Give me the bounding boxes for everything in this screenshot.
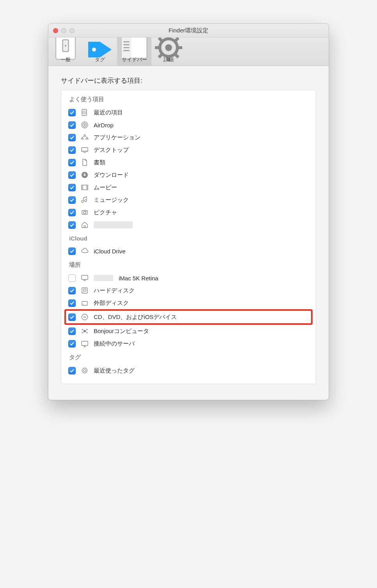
tab-advanced[interactable]: 詳細: [151, 37, 186, 66]
titlebar[interactable]: Finder環境設定: [48, 24, 329, 37]
sidebar-option-optical: CD、DVD、およびiOSデバイス: [65, 310, 312, 324]
option-label: ハードディスク: [94, 287, 135, 294]
desktop-icon: [80, 146, 89, 154]
group-title-3: タグ: [69, 354, 310, 361]
window-title: Finder環境設定: [53, 27, 324, 34]
checkbox-recents[interactable]: [68, 109, 76, 116]
svg-rect-47: [82, 301, 87, 305]
option-label: AirDrop: [94, 122, 114, 128]
tab-general[interactable]: 一般: [48, 37, 83, 66]
cloud-icon: [80, 247, 89, 255]
sidebar-option-documents: 書類: [67, 156, 310, 169]
option-label: ダウンロード: [94, 171, 129, 179]
checkbox-apps[interactable]: [68, 134, 76, 141]
svg-rect-26: [82, 150, 88, 151]
checkbox-airdrop[interactable]: [68, 121, 76, 129]
svg-point-2: [65, 45, 66, 46]
option-label: ムービー: [94, 184, 117, 191]
sidebar-items-panel: よく使う項目最近の項目AirDropアプリケーションデスクトップ書類ダウンロード…: [61, 90, 316, 384]
window-controls: [53, 28, 75, 33]
sidebar-option-extdisk: 外部ディスク: [67, 297, 310, 309]
gear-icon: [153, 41, 184, 55]
option-label: ピクチャ: [94, 209, 117, 216]
toolbar: 一般 タグ サイドバー 詳細: [48, 37, 329, 66]
option-label: 最近使ったタグ: [94, 367, 135, 374]
redacted-text: [94, 221, 133, 228]
option-label: 最近の項目: [94, 109, 123, 116]
checkbox-servers[interactable]: [68, 340, 76, 347]
group-title-2: 場所: [69, 261, 310, 269]
checkbox-bonjour[interactable]: [68, 328, 76, 335]
close-button[interactable]: [53, 28, 58, 33]
checkbox-extdisk[interactable]: [68, 299, 76, 307]
checkbox-thismac[interactable]: [68, 274, 76, 282]
preferences-window: Finder環境設定 一般 タグ サイドバー 詳細 サイドバーに表示する項目: …: [48, 23, 329, 400]
svg-point-3: [92, 48, 96, 52]
airdrop-icon: [80, 121, 89, 129]
home-icon: [80, 221, 89, 229]
checkbox-optical[interactable]: [68, 314, 76, 321]
svg-line-16: [159, 38, 162, 41]
zoom-button[interactable]: [69, 28, 75, 33]
server-icon: [80, 339, 89, 348]
tag-icon: [80, 366, 89, 375]
sidebar-option-recenttags: 最近使ったタグ: [67, 364, 310, 377]
sidebar-option-desktop: デスクトップ: [67, 144, 310, 156]
sidebar-option-movies: ムービー: [67, 181, 310, 194]
checkbox-hdd[interactable]: [68, 287, 76, 294]
svg-rect-40: [86, 211, 87, 212]
svg-line-19: [175, 38, 178, 41]
sidebar-option-music: ミュージック: [67, 194, 310, 206]
sidebar-option-downloads: ダウンロード: [67, 169, 310, 181]
svg-point-22: [84, 124, 85, 126]
checkbox-recenttags[interactable]: [68, 367, 76, 374]
sidebar-option-apps: アプリケーション: [67, 131, 310, 144]
option-label: iCloud Drive: [94, 248, 126, 255]
svg-point-39: [84, 211, 86, 214]
tab-tags[interactable]: タグ: [83, 37, 117, 66]
checkbox-music[interactable]: [68, 196, 76, 204]
svg-line-18: [159, 54, 162, 57]
hdd-icon: [80, 286, 89, 295]
svg-point-49: [82, 314, 88, 320]
svg-rect-42: [82, 275, 88, 280]
checkbox-pictures[interactable]: [68, 209, 76, 216]
svg-point-45: [84, 290, 85, 290]
sidebar-option-bonjour: Bonjourコンピュータ: [67, 325, 310, 337]
checkbox-documents[interactable]: [68, 159, 76, 166]
checkbox-iclouddrive[interactable]: [68, 248, 76, 255]
clock-doc-icon: [80, 108, 89, 117]
svg-rect-56: [82, 341, 88, 346]
sidebar-option-thismac: iMac 5K Retina: [67, 272, 310, 284]
sidebar-option-recents: 最近の項目: [67, 106, 310, 119]
svg-point-46: [83, 292, 84, 293]
checkbox-home[interactable]: [68, 221, 76, 229]
document-icon: [80, 158, 89, 167]
minimize-button[interactable]: [61, 28, 66, 33]
option-label: iMac 5K Retina: [119, 275, 158, 282]
option-label: アプリケーション: [94, 134, 140, 141]
download-icon: [80, 171, 89, 179]
apps-icon: [80, 133, 89, 142]
extdisk-icon: [80, 299, 89, 307]
sidebar-option-iclouddrive: iCloud Drive: [67, 245, 310, 257]
sidebar-icon: [119, 41, 150, 55]
tag-icon: [84, 41, 116, 55]
option-label: 書類: [94, 159, 105, 166]
option-label: 接続中のサーバ: [94, 340, 135, 347]
content: サイドバーに表示する項目: よく使う項目最近の項目AirDropアプリケーション…: [48, 66, 329, 400]
checkbox-desktop[interactable]: [68, 146, 76, 154]
bonjour-icon: [80, 327, 89, 335]
sidebar-option-hdd: ハードディスク: [67, 284, 310, 297]
sidebar-option-airdrop: AirDrop: [67, 119, 310, 131]
option-label: Bonjourコンピュータ: [94, 328, 149, 335]
svg-point-48: [83, 304, 84, 305]
section-heading: サイドバーに表示する項目:: [61, 76, 316, 85]
music-icon: [80, 196, 89, 204]
option-label: ミュージック: [94, 196, 129, 204]
option-label: 外部ディスク: [94, 299, 129, 307]
checkbox-movies[interactable]: [68, 184, 76, 191]
imac-icon: [80, 274, 89, 282]
checkbox-downloads[interactable]: [68, 171, 76, 179]
tab-sidebar[interactable]: サイドバー: [117, 37, 151, 66]
